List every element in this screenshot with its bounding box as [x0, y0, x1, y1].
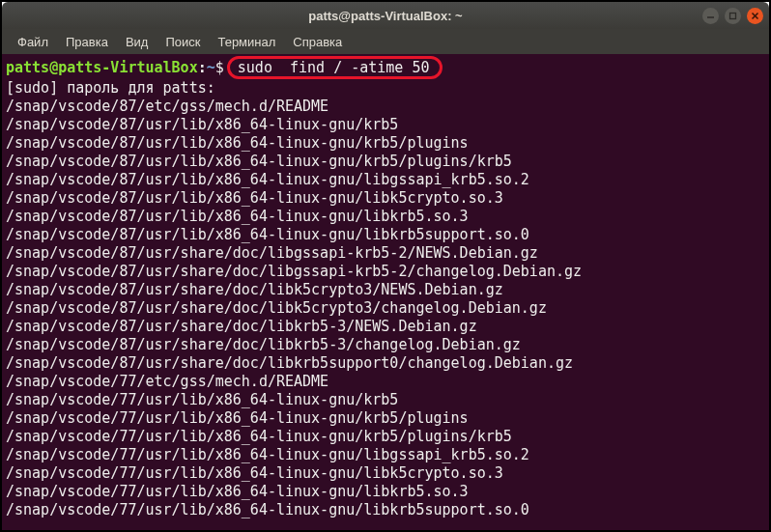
menu-file[interactable]: Файл: [10, 32, 56, 52]
menu-view[interactable]: Вид: [118, 32, 157, 52]
output-line: /snap/vscode/87/usr/lib/x86_64-linux-gnu…: [6, 171, 529, 188]
titlebar: patts@patts-VirtualBox: ~: [2, 2, 769, 29]
output-line: /snap/vscode/87/etc/gss/mech.d/README: [6, 98, 328, 115]
command-highlight-oval: sudo find / -atime 50: [227, 56, 443, 79]
prompt-colon: :: [198, 59, 207, 76]
window-title: patts@patts-VirtualBox: ~: [308, 9, 462, 23]
output-line: /snap/vscode/77/usr/lib/x86_64-linux-gnu…: [6, 391, 398, 408]
output-line: /snap/vscode/87/usr/lib/x86_64-linux-gnu…: [6, 153, 512, 170]
menubar: Файл Правка Вид Поиск Терминал Справка: [2, 29, 769, 54]
output-line: /snap/vscode/77/usr/lib/x86_64-linux-gnu…: [6, 483, 469, 500]
output-line: /snap/vscode/77/usr/lib/x86_64-linux-gnu…: [6, 428, 512, 445]
output-lines-container: /snap/vscode/87/etc/gss/mech.d/README /s…: [6, 98, 765, 519]
menu-terminal[interactable]: Терминал: [210, 32, 283, 52]
output-line: /snap/vscode/77/usr/lib/x86_64-linux-gnu…: [6, 409, 469, 427]
output-line: /snap/vscode/87/usr/share/doc/libk5crypt…: [6, 299, 547, 317]
close-button[interactable]: [747, 8, 763, 24]
output-line: /snap/vscode/77/etc/gss/mech.d/README: [6, 373, 328, 390]
prompt-userhost: patts@patts-VirtualBox: [6, 59, 198, 76]
output-line: /snap/vscode/77/usr/lib/x86_64-linux-gnu…: [6, 446, 529, 463]
prompt-symbol: $: [215, 59, 224, 76]
output-line: /snap/vscode/87/usr/share/doc/libkrb5-3/…: [6, 336, 521, 353]
minimize-button[interactable]: [702, 8, 719, 24]
output-line: /snap/vscode/87/usr/lib/x86_64-linux-gnu…: [6, 116, 398, 133]
menu-edit[interactable]: Правка: [58, 32, 116, 52]
window-controls: [702, 8, 763, 24]
menu-search[interactable]: Поиск: [157, 32, 208, 52]
output-line: /snap/vscode/87/usr/share/doc/libk5crypt…: [6, 281, 503, 298]
output-line: /snap/vscode/87/usr/share/doc/libgssapi-…: [6, 244, 538, 262]
maximize-button[interactable]: [725, 8, 741, 24]
output-line: /snap/vscode/87/usr/share/doc/libkrb5-3/…: [6, 318, 477, 335]
output-line: /snap/vscode/77/usr/lib/x86_64-linux-gnu…: [6, 464, 503, 482]
menu-help[interactable]: Справка: [285, 32, 350, 52]
output-line: /snap/vscode/87/usr/lib/x86_64-linux-gnu…: [6, 226, 529, 243]
terminal-area[interactable]: patts@patts-VirtualBox:~$ sudo find / -a…: [2, 54, 769, 530]
svg-rect-1: [730, 13, 736, 18]
output-line: /snap/vscode/87/usr/lib/x86_64-linux-gnu…: [6, 208, 469, 225]
output-line: /snap/vscode/87/usr/share/doc/libgssapi-…: [6, 263, 582, 280]
output-line: /snap/vscode/87/usr/lib/x86_64-linux-gnu…: [6, 189, 503, 207]
command-text: sudo find / -atime 50: [238, 59, 430, 76]
output-line: /snap/vscode/87/usr/share/doc/libkrb5sup…: [6, 354, 573, 372]
output-line: /snap/vscode/87/usr/lib/x86_64-linux-gnu…: [6, 134, 469, 152]
prompt-path: ~: [207, 59, 215, 76]
sudo-prompt-line: [sudo] пароль для patts:: [6, 79, 215, 97]
output-line: /snap/vscode/77/usr/lib/x86_64-linux-gnu…: [6, 501, 529, 518]
